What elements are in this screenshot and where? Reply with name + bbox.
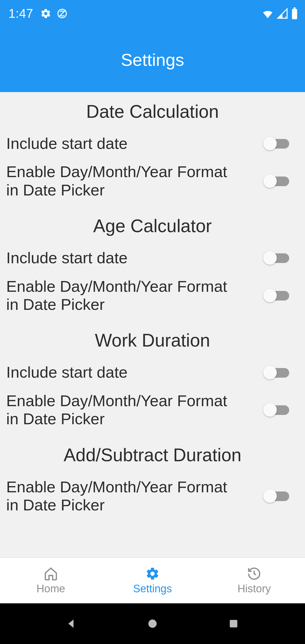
settings-content[interactable]: Date Calculation Include start date Enab… — [0, 92, 305, 558]
battery-icon — [291, 7, 298, 20]
nav-history[interactable]: History — [203, 558, 305, 603]
toggle-include-start-date-wd[interactable] — [263, 366, 291, 379]
back-button[interactable] — [62, 614, 81, 634]
setting-label: Enable Day/Month/Year Format in Date Pic… — [6, 478, 238, 514]
toggle-dmy-format-wd[interactable] — [263, 403, 291, 417]
nav-home[interactable]: Home — [0, 558, 102, 603]
system-nav-bar — [0, 603, 305, 644]
nav-label-home: Home — [36, 583, 65, 595]
setting-label: Include start date — [6, 249, 128, 267]
svg-point-4 — [148, 619, 156, 628]
switch-thumb — [263, 489, 277, 503]
toggle-include-start-date-dc[interactable] — [263, 137, 291, 150]
setting-row: Include start date — [0, 244, 305, 272]
history-icon — [247, 566, 262, 581]
setting-row: Enable Day/Month/Year Format in Date Pic… — [0, 473, 305, 519]
gear-icon — [40, 8, 51, 19]
section-title-age-calculator: Age Calculator — [0, 204, 305, 244]
switch-thumb — [263, 403, 277, 417]
setting-row: Include start date — [0, 358, 305, 386]
home-icon — [43, 566, 58, 581]
no-sync-icon — [56, 8, 68, 19]
status-icons-left — [40, 8, 68, 19]
setting-label: Enable Day/Month/Year Format in Date Pic… — [6, 392, 238, 428]
nav-label-settings: Settings — [133, 583, 172, 595]
setting-row: Include start date — [0, 129, 305, 158]
svg-rect-3 — [293, 7, 295, 9]
svg-rect-2 — [292, 9, 297, 19]
status-time: 1:47 — [8, 6, 33, 21]
switch-thumb — [263, 366, 277, 379]
section-title-add-subtract: Add/Subtract Duration — [0, 433, 305, 473]
setting-row: Enable Day/Month/Year Format in Date Pic… — [0, 387, 305, 433]
recent-apps-button[interactable] — [224, 614, 243, 634]
setting-row: Enable Day/Month/Year Format in Date Pic… — [0, 272, 305, 319]
setting-label: Enable Day/Month/Year Format in Date Pic… — [6, 163, 238, 199]
switch-thumb — [263, 174, 277, 188]
switch-thumb — [263, 137, 277, 150]
wifi-icon — [262, 7, 274, 20]
nav-settings[interactable]: Settings — [102, 558, 203, 603]
status-bar: 1:47 x — [0, 0, 305, 27]
toggle-dmy-format-as[interactable] — [263, 489, 291, 503]
page-title: Settings — [121, 50, 184, 70]
home-button[interactable] — [143, 614, 162, 634]
svg-rect-5 — [230, 620, 237, 628]
gear-icon — [145, 566, 160, 581]
status-left: 1:47 — [8, 6, 68, 21]
setting-label: Include start date — [6, 134, 128, 153]
toggle-dmy-format-dc[interactable] — [263, 174, 291, 188]
signal-icon: x — [277, 8, 288, 19]
section-title-date-calculation: Date Calculation — [0, 95, 305, 129]
bottom-nav: Home Settings History — [0, 558, 305, 603]
setting-label: Enable Day/Month/Year Format in Date Pic… — [6, 277, 238, 314]
setting-row: Enable Day/Month/Year Format in Date Pic… — [0, 158, 305, 204]
section-title-work-duration: Work Duration — [0, 319, 305, 358]
screen: 1:47 x Settings — [0, 0, 305, 644]
switch-thumb — [263, 289, 277, 302]
setting-label: Include start date — [6, 363, 128, 381]
toggle-include-start-date-ac[interactable] — [263, 251, 291, 265]
app-header: Settings — [0, 27, 305, 92]
nav-label-history: History — [238, 583, 271, 595]
svg-text:x: x — [285, 15, 287, 19]
status-right: x — [262, 7, 298, 20]
toggle-dmy-format-ac[interactable] — [263, 289, 291, 302]
